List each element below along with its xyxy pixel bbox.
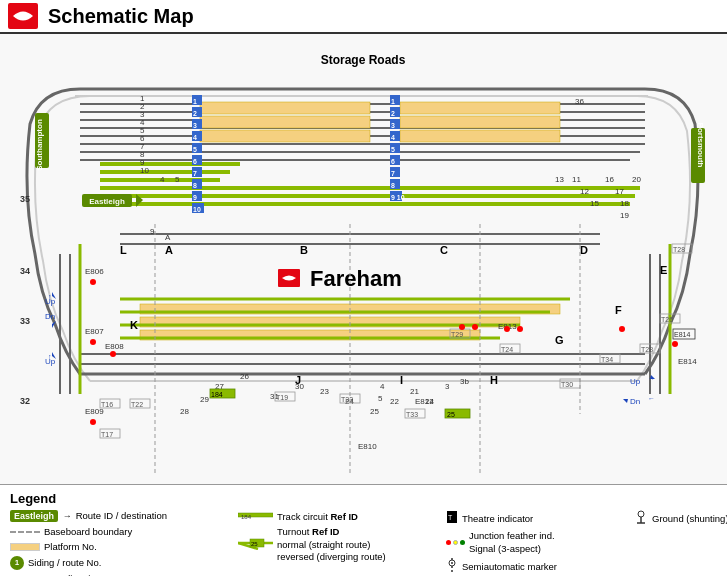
svg-text:12: 12: [580, 187, 589, 196]
svg-text:T33: T33: [406, 411, 418, 418]
svg-text:↓: ↓: [48, 311, 52, 318]
svg-text:Up: Up: [630, 377, 641, 386]
svg-text:25: 25: [370, 407, 379, 416]
legend-item-theatre: T Theatre indicator: [446, 510, 626, 527]
legend-turnout-text: Turnout Ref IDnormal (straight route)rev…: [277, 526, 386, 563]
legend-platform-symbol: [10, 543, 40, 551]
svg-rect-8: [400, 130, 560, 142]
legend-item-turnout: 25 Turnout Ref IDnormal (straight route)…: [238, 526, 438, 563]
svg-text:Storage Roads: Storage Roads: [321, 53, 406, 67]
svg-text:10: 10: [193, 206, 201, 213]
legend-item-ground: Ground (shunting) signal: [634, 510, 727, 527]
svg-point-143: [90, 279, 96, 285]
legend-platform-text: Platform No.: [44, 541, 97, 553]
svg-text:E814: E814: [674, 331, 690, 338]
legend-item-platform: Platform No.: [10, 541, 230, 553]
svg-text:25: 25: [447, 411, 455, 418]
svg-text:21: 21: [410, 387, 419, 396]
svg-text:11: 11: [572, 175, 581, 184]
svg-point-148: [472, 324, 478, 330]
svg-rect-5: [200, 130, 370, 142]
svg-text:E807: E807: [85, 327, 104, 336]
svg-text:4: 4: [160, 175, 165, 184]
svg-rect-4: [200, 116, 370, 128]
svg-rect-1: [0, 34, 727, 484]
svg-text:5: 5: [175, 175, 180, 184]
svg-rect-6: [400, 102, 560, 114]
legend-theatre-symbol: T: [446, 510, 458, 527]
svg-text:16: 16: [605, 175, 614, 184]
svg-text:9: 9: [150, 227, 155, 236]
legend-siding-symbol: 1: [10, 556, 24, 570]
svg-text:15: 15: [590, 199, 599, 208]
svg-text:34: 34: [20, 266, 30, 276]
legend-title: Legend: [10, 491, 717, 506]
legend-item-siding: 1 Siding / route No.: [10, 556, 230, 570]
svg-text:36: 36: [575, 97, 584, 106]
svg-text:K: K: [130, 319, 138, 331]
svg-text:9 10: 9 10: [391, 194, 405, 201]
svg-text:T: T: [448, 514, 453, 521]
svg-text:Portsmouth: Portsmouth: [696, 123, 705, 168]
svg-text:28: 28: [180, 407, 189, 416]
svg-text:24: 24: [425, 397, 434, 406]
legend-item-junction: Junction feather ind.Signal (3-aspect): [446, 530, 626, 555]
svg-text:23: 23: [320, 387, 329, 396]
legend-eastleigh-text: Route ID / destination: [76, 510, 167, 522]
svg-text:7: 7: [391, 170, 395, 177]
svg-text:3b: 3b: [460, 377, 469, 386]
legend-grid: Eastleigh → Route ID / destination Baseb…: [10, 510, 717, 576]
svg-text:T26: T26: [661, 316, 673, 323]
svg-text:5: 5: [391, 146, 395, 153]
svg-text:5: 5: [378, 394, 383, 403]
svg-text:6: 6: [391, 158, 395, 165]
svg-text:33: 33: [20, 316, 30, 326]
svg-text:184: 184: [211, 391, 223, 398]
legend-track-text: Track circuit Ref ID: [277, 511, 358, 523]
svg-point-145: [110, 351, 116, 357]
legend-track-symbol: 184: [238, 510, 273, 523]
svg-text:8: 8: [391, 182, 395, 189]
svg-text:B: B: [300, 244, 308, 256]
svg-text:T22: T22: [131, 401, 143, 408]
legend-semiauto-symbol: [446, 558, 458, 575]
svg-point-194: [638, 511, 644, 517]
svg-text:T23: T23: [341, 396, 353, 403]
svg-text:E: E: [660, 264, 667, 276]
svg-text:T28: T28: [641, 346, 653, 353]
map-svg: Storage Roads: [0, 34, 727, 484]
svg-text:Eastleigh: Eastleigh: [89, 197, 125, 206]
svg-text:5: 5: [193, 146, 197, 153]
svg-text:L: L: [120, 244, 127, 256]
page-title: Schematic Map: [48, 5, 194, 28]
svg-text:T19: T19: [276, 394, 288, 401]
svg-text:T17: T17: [101, 431, 113, 438]
svg-text:7: 7: [193, 170, 197, 177]
svg-text:T29: T29: [451, 331, 463, 338]
svg-text:Southampton: Southampton: [35, 119, 44, 171]
svg-rect-7: [400, 116, 560, 128]
svg-text:4: 4: [391, 134, 395, 141]
legend-dashed-symbol: [10, 531, 40, 533]
svg-point-152: [672, 341, 678, 347]
svg-text:F: F: [615, 304, 622, 316]
svg-rect-3: [200, 102, 370, 114]
svg-text:25: 25: [251, 541, 258, 547]
svg-text:3: 3: [391, 122, 395, 129]
legend-theatre-text: Theatre indicator: [462, 513, 533, 525]
svg-text:184: 184: [241, 514, 252, 520]
svg-text:3: 3: [445, 382, 450, 391]
svg-point-146: [90, 419, 96, 425]
svg-text:8: 8: [193, 182, 197, 189]
legend-boundary-text: Baseboard boundary: [44, 526, 132, 538]
svg-point-144: [90, 339, 96, 345]
legend-ground-text: Ground (shunting) signal: [652, 513, 727, 525]
svg-text:Fareham: Fareham: [310, 266, 402, 291]
svg-point-149: [504, 326, 510, 332]
legend-item-track: 184 Track circuit Ref ID: [238, 510, 438, 523]
national-rail-logo: [8, 3, 38, 29]
svg-text:29: 29: [200, 395, 209, 404]
svg-text:6: 6: [193, 158, 197, 165]
svg-text:T28: T28: [673, 246, 685, 253]
svg-text:Dn: Dn: [630, 397, 640, 406]
